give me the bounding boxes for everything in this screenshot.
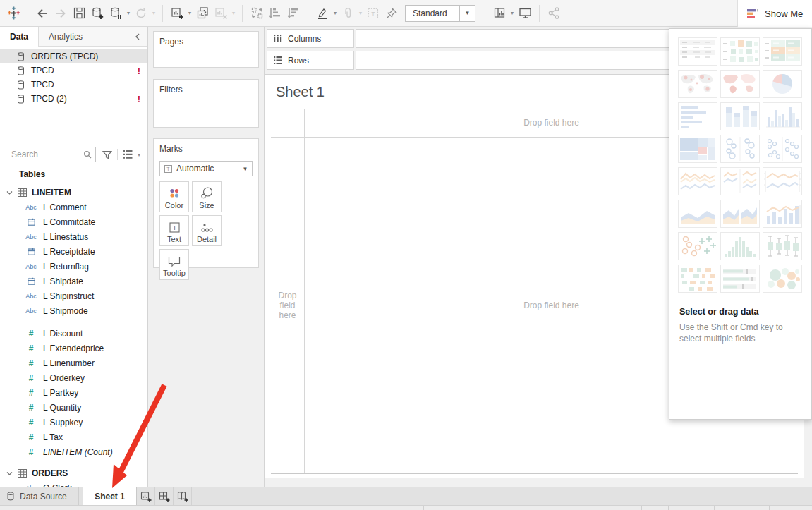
- field-l-linestatus[interactable]: AbcL Linestatus: [0, 229, 147, 244]
- showme-box-and-whisker-thumbnail[interactable]: [763, 232, 802, 260]
- showme-side-by-side-circles-thumbnail[interactable]: [763, 135, 802, 163]
- clear-sheet-button[interactable]: [212, 4, 230, 23]
- field-l-quantity[interactable]: #L Quantity: [0, 400, 147, 415]
- highlight-button[interactable]: [313, 4, 332, 23]
- redo-button[interactable]: [51, 4, 70, 23]
- showme-filled-map-thumbnail[interactable]: [720, 70, 760, 98]
- field-l-extendedprice[interactable]: #L Extendedprice: [0, 341, 147, 356]
- field-l-shipinstruct[interactable]: AbcL Shipinstruct: [0, 289, 147, 303]
- datasource-item-2[interactable]: TPCD: [0, 78, 147, 92]
- fit-view-selector[interactable]: Standard ▼: [405, 5, 475, 22]
- showme-treemap-thumbnail[interactable]: [678, 135, 717, 163]
- showme-scatter-plot-thumbnail[interactable]: [678, 232, 717, 260]
- mark-type-dropdown[interactable]: T Automatic ▼: [159, 161, 253, 176]
- showme-discrete-lines-thumbnail[interactable]: [720, 167, 760, 195]
- fit-view-caret-icon[interactable]: ▼: [459, 6, 475, 21]
- show-me-button[interactable]: Show Me: [737, 0, 812, 27]
- mark-type-caret-icon[interactable]: ▼: [238, 162, 252, 176]
- refresh-data-caret-icon[interactable]: ▾: [150, 10, 157, 16]
- field-l-receiptdate[interactable]: L Receiptdate: [0, 244, 147, 259]
- collapse-pane-icon[interactable]: [128, 27, 147, 46]
- field-l-orderkey[interactable]: #L Orderkey: [0, 370, 147, 385]
- datasource-item-3[interactable]: TPCD (2)!: [0, 92, 147, 106]
- field-l-comment[interactable]: AbcL Comment: [0, 200, 147, 214]
- showme-continuous-area-thumbnail[interactable]: [678, 200, 717, 228]
- presentation-mode-button[interactable]: [516, 4, 534, 23]
- highlight-caret-icon[interactable]: ▾: [332, 10, 339, 16]
- showme-gantt-thumbnail[interactable]: [678, 265, 717, 293]
- tab-data-source[interactable]: Data Source: [0, 487, 79, 505]
- showme-stacked-bars-thumbnail[interactable]: [720, 102, 760, 130]
- new-dashboard-tab-button[interactable]: [155, 487, 174, 505]
- fix-axes-pin-button[interactable]: [382, 4, 401, 23]
- field-l-suppkey[interactable]: #L Suppkey: [0, 415, 147, 430]
- new-worksheet-button[interactable]: [168, 4, 186, 23]
- search-box[interactable]: [6, 147, 96, 162]
- refresh-data-button[interactable]: [132, 4, 150, 23]
- field-o-clerk[interactable]: AbcO Clerk: [0, 480, 147, 487]
- showme-circle-views-thumbnail[interactable]: [720, 135, 760, 163]
- showme-dual-lines-thumbnail[interactable]: [763, 167, 802, 195]
- chevron-down-icon[interactable]: [6, 470, 13, 476]
- attach-button[interactable]: [339, 4, 357, 23]
- new-worksheet-tab-button[interactable]: [137, 487, 155, 505]
- showme-highlight-table-thumbnail[interactable]: [720, 37, 760, 66]
- tooltip-button[interactable]: Tooltip: [159, 249, 189, 280]
- share-button[interactable]: [545, 4, 563, 23]
- new-worksheet-caret-icon[interactable]: ▾: [186, 10, 193, 16]
- field-l-commitdate[interactable]: L Commitdate: [0, 214, 147, 229]
- field-l-discount[interactable]: #L Discount: [0, 326, 147, 341]
- field-l-tax[interactable]: #L Tax: [0, 430, 147, 444]
- attach-caret-icon[interactable]: ▾: [357, 10, 364, 16]
- showme-histogram-thumbnail[interactable]: [720, 232, 760, 260]
- tab-sheet-1[interactable]: Sheet 1: [83, 487, 137, 505]
- filter-fields-icon[interactable]: [102, 150, 112, 159]
- save-button[interactable]: [70, 4, 88, 23]
- new-story-tab-button[interactable]: [174, 487, 192, 505]
- chevron-down-icon[interactable]: [6, 190, 13, 195]
- search-input[interactable]: [6, 150, 83, 159]
- duplicate-sheet-button[interactable]: [193, 4, 212, 23]
- showme-symbol-map-thumbnail[interactable]: [678, 70, 717, 98]
- showme-discrete-area-thumbnail[interactable]: [720, 200, 760, 228]
- color-button[interactable]: Color: [159, 181, 189, 212]
- swap-rows-columns-button[interactable]: [248, 4, 266, 23]
- tab-analytics[interactable]: Analytics: [39, 27, 92, 46]
- clear-sheet-caret-icon[interactable]: ▾: [230, 10, 237, 16]
- field-l-shipmode[interactable]: AbcL Shipmode: [0, 303, 147, 318]
- field-l-shipdate[interactable]: L Shipdate: [0, 274, 147, 289]
- size-button[interactable]: Size: [192, 181, 222, 212]
- field-l-returnflag[interactable]: AbcL Returnflag: [0, 259, 147, 274]
- showme-dual-combination-thumbnail[interactable]: [763, 200, 802, 228]
- showme-heat-map-thumbnail[interactable]: [763, 37, 802, 66]
- table-orders[interactable]: ORDERS: [0, 466, 147, 480]
- field-l-linenumber[interactable]: #L Linenumber: [0, 356, 147, 370]
- showme-continuous-lines-thumbnail[interactable]: [678, 167, 717, 195]
- table-lineitem[interactable]: LINEITEM: [0, 185, 147, 200]
- pause-data-updates-button[interactable]: [107, 4, 125, 23]
- detail-button[interactable]: Detail: [192, 215, 222, 246]
- sort-descending-button[interactable]: [284, 4, 303, 23]
- text-button[interactable]: T Text: [159, 215, 189, 246]
- sort-ascending-button[interactable]: [266, 4, 284, 23]
- showme-text-table-thumbnail[interactable]: [678, 37, 717, 66]
- new-data-source-button[interactable]: [88, 4, 107, 23]
- view-options-icon[interactable]: [123, 150, 133, 159]
- datasource-item-0[interactable]: ORDERS (TPCD): [0, 49, 147, 63]
- text-annotation-button[interactable]: T: [364, 4, 382, 23]
- field-lineitem-count-[interactable]: #LINEITEM (Count): [0, 444, 147, 459]
- view-options-caret-icon[interactable]: ▾: [135, 152, 143, 158]
- columns-shelf[interactable]: [356, 29, 671, 48]
- pages-card[interactable]: Pages: [153, 31, 259, 68]
- rows-shelf[interactable]: [356, 51, 671, 70]
- showme-horizontal-bars-thumbnail[interactable]: [678, 102, 717, 130]
- showme-pie-chart-thumbnail[interactable]: [763, 70, 802, 98]
- drop-zone-rows[interactable]: Drop field here: [271, 137, 304, 474]
- pause-data-caret-icon[interactable]: ▾: [125, 10, 132, 16]
- show-hide-cards-button[interactable]: [490, 4, 509, 23]
- showme-packed-bubbles-thumbnail[interactable]: [763, 265, 802, 293]
- showme-side-by-side-bars-thumbnail[interactable]: [763, 102, 802, 130]
- showme-bullet-graph-thumbnail[interactable]: [720, 265, 760, 293]
- undo-button[interactable]: [33, 4, 51, 23]
- show-hide-cards-caret-icon[interactable]: ▾: [509, 10, 516, 16]
